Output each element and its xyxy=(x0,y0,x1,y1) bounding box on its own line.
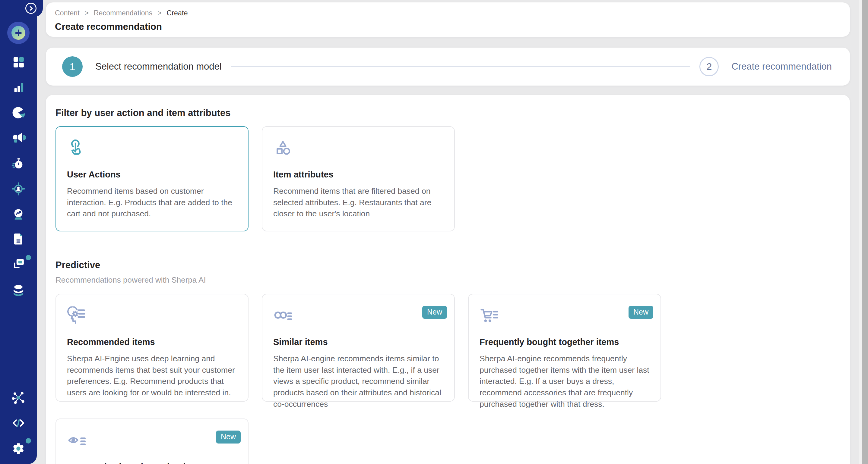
card-frequently-bought-together[interactable]: New xyxy=(468,294,661,402)
step-2: 2 Create recommendation xyxy=(700,57,832,76)
card-title: Frequently bought together items xyxy=(479,337,650,347)
new-badge: New xyxy=(628,306,653,319)
dashboard-grid-icon xyxy=(11,54,26,69)
card-description: Sherpa AI-engine recommends items simila… xyxy=(273,353,443,410)
target-user-icon xyxy=(10,181,26,196)
breadcrumb-create: Create xyxy=(166,9,188,17)
card-description: Sherpa AI-Engine uses deep learning and … xyxy=(67,353,237,399)
create-new-button[interactable] xyxy=(7,22,30,44)
layers-icon xyxy=(11,257,26,272)
sidebar-item-reports[interactable] xyxy=(10,104,27,122)
sidebar-item-audiences[interactable] xyxy=(10,180,27,197)
model-selection-panel: Filter by user action and item attribute… xyxy=(46,95,850,464)
pie-chart-icon xyxy=(11,105,26,121)
page-title: Create recommendation xyxy=(55,22,836,32)
step-1-label: Select recommendation model xyxy=(95,61,222,72)
sidebar-item-data[interactable] xyxy=(10,281,27,298)
card-title: Item attributes xyxy=(273,170,443,179)
new-badge: New xyxy=(422,306,447,319)
scrollbar-track xyxy=(859,0,868,464)
sidebar-item-automation[interactable] xyxy=(10,155,27,172)
card-description: Sherpa AI-engine recommends frequently p… xyxy=(479,353,650,410)
scrollbar-thumb[interactable] xyxy=(862,0,868,464)
card-item-attributes[interactable]: Item attributes Recommend items that are… xyxy=(262,126,455,231)
sidebar-item-apps[interactable] xyxy=(10,256,27,273)
infinity-list-icon xyxy=(273,306,443,325)
gear-icon xyxy=(10,441,26,457)
shapes-icon xyxy=(273,139,443,158)
breadcrumb-separator: > xyxy=(157,9,162,17)
plus-icon xyxy=(11,26,25,40)
card-title: Similar items xyxy=(273,337,443,347)
card-recommended-items[interactable]: Recommended items Sherpa AI-Engine uses … xyxy=(56,294,249,402)
settings-notification-dot xyxy=(26,438,31,443)
predictive-section-subheading: Recommendations powered with Sherpa AI xyxy=(56,275,840,285)
code-icon xyxy=(11,416,26,431)
megaphone-icon xyxy=(11,130,26,145)
card-description: Recommend items that are filtered based … xyxy=(273,186,443,220)
ai-head-list-icon xyxy=(67,306,237,325)
sidebar-item-integrations[interactable] xyxy=(10,389,27,406)
stepper-panel: 1 Select recommendation model 2 Create r… xyxy=(46,47,850,86)
step-2-number: 2 xyxy=(700,57,719,76)
card-title: Recommended items xyxy=(67,337,237,347)
eye-list-icon xyxy=(67,431,237,450)
breadcrumb-separator: > xyxy=(85,9,89,17)
breadcrumb-recommendations[interactable]: Recommendations xyxy=(94,9,153,17)
stopwatch-icon xyxy=(11,156,26,171)
card-title: User Actions xyxy=(67,170,237,179)
card-similar-items[interactable]: New Similar items xyxy=(262,294,455,402)
breadcrumb-content[interactable]: Content xyxy=(55,9,80,17)
page-header-panel: Content > Recommendations > Create Creat… xyxy=(46,2,850,37)
sidebar-item-content[interactable] xyxy=(10,231,27,247)
chevron-right-icon xyxy=(28,5,34,11)
new-badge: New xyxy=(216,431,241,443)
sidebar-expand-button[interactable] xyxy=(25,3,36,14)
sidebar-item-settings[interactable] xyxy=(10,440,27,457)
filter-section-heading: Filter by user action and item attribute… xyxy=(56,95,840,119)
sidebar-item-predictions[interactable] xyxy=(10,205,27,222)
predictive-section-heading: Predictive xyxy=(56,260,840,271)
apps-notification-dot xyxy=(26,255,31,260)
step-2-label: Create recommendation xyxy=(732,61,832,72)
card-frequently-viewed-together[interactable]: New Frequently viewed together items xyxy=(56,419,249,464)
sidebar-item-dashboard[interactable] xyxy=(10,53,27,70)
tap-hand-icon xyxy=(67,139,237,158)
sidebar-item-analytics[interactable] xyxy=(10,79,27,96)
bar-chart-icon xyxy=(11,80,26,95)
database-icon xyxy=(11,283,26,297)
document-icon xyxy=(11,232,26,246)
sidebar-item-campaigns[interactable] xyxy=(10,130,27,146)
crystal-ball-icon xyxy=(11,206,26,222)
network-hub-icon xyxy=(11,390,26,405)
card-title: Frequently viewed together items xyxy=(67,462,237,464)
breadcrumb: Content > Recommendations > Create xyxy=(55,9,836,17)
step-1-number: 1 xyxy=(62,56,83,77)
step-1: 1 Select recommendation model xyxy=(62,56,222,77)
stepper-divider xyxy=(231,66,691,67)
cart-list-icon xyxy=(479,306,650,325)
card-user-actions[interactable]: User Actions Recommend items based on cu… xyxy=(56,126,249,231)
card-description: Recommend items based on customer intera… xyxy=(67,186,237,220)
sidebar-item-api[interactable] xyxy=(10,415,27,431)
